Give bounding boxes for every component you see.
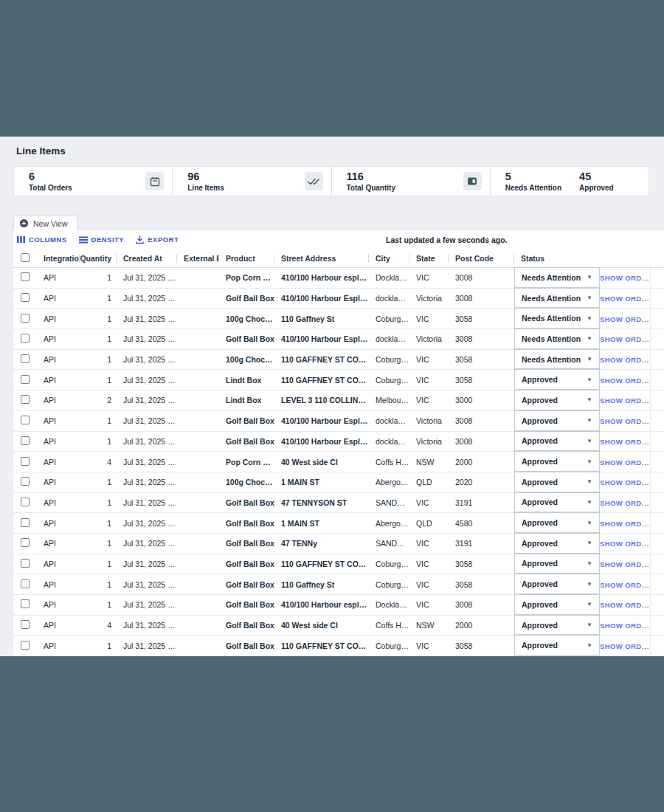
cell-city: docklands	[369, 334, 409, 343]
show-order-link[interactable]: SHOW ORDER	[600, 478, 650, 486]
chevron-down-icon: ▼	[587, 274, 592, 281]
status-dropdown[interactable]: Approved▼	[514, 492, 600, 513]
cell-created-at: Jul 31, 2025 2:32 PM	[117, 498, 177, 507]
row-checkbox[interactable]	[21, 559, 30, 568]
status-value: Approved	[522, 559, 558, 568]
row-checkbox[interactable]	[21, 375, 30, 384]
status-dropdown[interactable]: Approved▼	[514, 512, 600, 533]
stat-needs-attention-approved: 5 Needs Attention 45 Approved	[491, 167, 649, 196]
status-dropdown[interactable]: Approved▼	[514, 615, 600, 636]
status-dropdown[interactable]: Needs Attention▼	[514, 328, 600, 349]
row-checkbox[interactable]	[21, 416, 30, 424]
row-checkbox[interactable]	[21, 395, 30, 404]
column-header-status[interactable]: Status	[514, 254, 600, 263]
show-order-link[interactable]: SHOW ORDER	[600, 539, 650, 548]
row-checkbox[interactable]	[21, 538, 30, 547]
show-order-link[interactable]: SHOW ORDER	[600, 294, 650, 303]
cell-product: Golf Ball Box	[219, 294, 274, 303]
status-dropdown[interactable]: Approved▼	[514, 594, 600, 615]
cell-integration: API	[37, 294, 80, 303]
show-order-link[interactable]: SHOW ORDER	[600, 621, 650, 630]
status-value: Approved	[522, 539, 558, 548]
row-checkbox[interactable]	[21, 354, 30, 363]
row-checkbox[interactable]	[21, 599, 30, 608]
show-order-link[interactable]: SHOW ORDER	[600, 355, 650, 364]
row-checkbox[interactable]	[21, 518, 30, 527]
row-checkbox[interactable]	[21, 620, 30, 629]
column-header-integration[interactable]: Integration	[37, 254, 80, 263]
show-order-link[interactable]: SHOW ORDER	[600, 580, 650, 589]
status-dropdown[interactable]: Needs Attention▼	[514, 349, 600, 370]
status-dropdown[interactable]: Needs Attention▼	[514, 267, 600, 288]
row-checkbox[interactable]	[21, 498, 30, 506]
column-header-quantity[interactable]: Quantity	[80, 254, 117, 263]
row-checkbox[interactable]	[21, 314, 30, 323]
status-dropdown[interactable]: Approved▼	[514, 635, 600, 656]
status-dropdown[interactable]: Approved▼	[514, 554, 600, 574]
row-checkbox[interactable]	[21, 579, 30, 588]
column-header-street-address[interactable]: Street Address	[274, 254, 369, 263]
status-dropdown[interactable]: Approved▼	[514, 533, 600, 554]
show-order-link[interactable]: SHOW ORDER	[600, 314, 650, 323]
row-checkbox[interactable]	[21, 477, 30, 486]
export-icon	[136, 235, 144, 244]
show-order-link[interactable]: SHOW ORDER	[600, 416, 650, 425]
cell-status: Approved▼	[514, 411, 600, 431]
status-dropdown[interactable]: Approved▼	[514, 472, 600, 492]
row-checkbox[interactable]	[21, 457, 30, 466]
cell-filler	[650, 268, 664, 288]
new-view-button[interactable]: + New View	[13, 216, 77, 230]
cell-state: QLD	[409, 519, 449, 528]
show-order-link[interactable]: SHOW ORDER	[600, 519, 650, 528]
row-checkbox[interactable]	[21, 272, 30, 281]
column-header-product[interactable]: Product	[219, 254, 274, 263]
cell-filler	[650, 595, 664, 615]
column-header-external-proxy[interactable]: External Proxy...	[177, 254, 219, 263]
status-dropdown[interactable]: Approved▼	[514, 369, 600, 390]
row-checkbox[interactable]	[21, 641, 30, 650]
cell-city: Docklands	[369, 273, 409, 282]
column-header-created-at[interactable]: Created At	[117, 254, 177, 263]
status-dropdown[interactable]: Approved▼	[514, 431, 600, 452]
export-button[interactable]: EXPORT	[136, 235, 179, 244]
column-header-state[interactable]: State	[409, 254, 449, 263]
show-order-link[interactable]: SHOW ORDER	[600, 458, 650, 467]
show-order-link[interactable]: SHOW ORDER	[600, 334, 650, 343]
cell-quantity: 1	[80, 437, 117, 446]
table-row: API1Jul 31, 2025 2:31 PMGolf Ball Box410…	[13, 595, 664, 616]
density-button[interactable]: DENSITY	[79, 235, 125, 244]
show-order-link[interactable]: SHOW ORDER	[600, 273, 650, 282]
show-order-link[interactable]: SHOW ORDER	[600, 641, 650, 650]
status-dropdown[interactable]: Needs Attention▼	[514, 288, 600, 309]
column-header-city[interactable]: City	[369, 254, 409, 263]
cell-post-code: 3191	[449, 498, 514, 507]
table-row: API1Jul 31, 2025 2:31 PMGolf Ball Box110…	[13, 574, 664, 595]
status-dropdown[interactable]: Approved▼	[514, 574, 600, 594]
show-order-link[interactable]: SHOW ORDER	[600, 560, 650, 568]
cell-city: Coburg North	[369, 355, 409, 364]
cell-status: Needs Attention▼	[514, 309, 600, 328]
cell-post-code: 3058	[449, 641, 514, 650]
select-all-checkbox[interactable]	[21, 253, 30, 262]
row-checkbox[interactable]	[21, 293, 30, 302]
show-order-link[interactable]: SHOW ORDER	[600, 376, 650, 385]
row-checkbox-cell	[13, 599, 37, 610]
columns-button[interactable]: COLUMNS	[17, 235, 67, 244]
cell-integration: API	[37, 498, 80, 507]
show-order-link[interactable]: SHOW ORDER	[600, 600, 650, 609]
status-dropdown[interactable]: Approved▼	[514, 410, 600, 431]
cell-action: SHOW ORDER	[600, 478, 650, 486]
status-dropdown[interactable]: Approved▼	[514, 451, 600, 472]
status-dropdown[interactable]: Approved▼	[514, 390, 600, 410]
cell-integration: API	[37, 416, 80, 425]
show-order-link[interactable]: SHOW ORDER	[600, 396, 650, 405]
cell-state: Victoria	[409, 294, 449, 303]
row-checkbox[interactable]	[21, 436, 30, 445]
show-order-link[interactable]: SHOW ORDER	[600, 437, 650, 446]
cell-product: Golf Ball Box	[219, 641, 274, 650]
show-order-link[interactable]: SHOW ORDER	[600, 498, 650, 507]
cell-street-address: 110 GAFFNEY ST COBURG NORTH, VI...	[274, 560, 369, 568]
status-dropdown[interactable]: Needs Attention▼	[514, 308, 600, 328]
column-header-post-code[interactable]: Post Code	[449, 254, 514, 263]
row-checkbox[interactable]	[21, 334, 30, 343]
